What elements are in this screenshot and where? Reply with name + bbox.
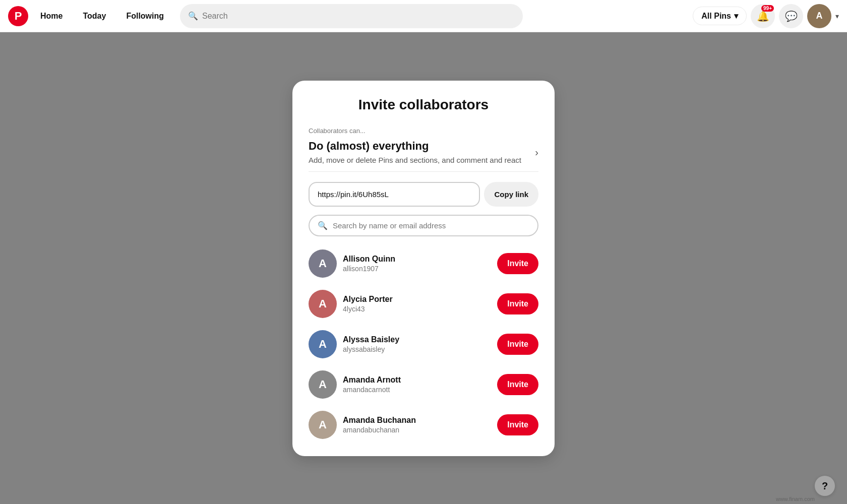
- invite-button[interactable]: Invite: [497, 374, 538, 395]
- user-avatar-nav[interactable]: A: [807, 4, 831, 28]
- user-avatar: A: [309, 330, 337, 358]
- bell-icon: 🔔: [757, 10, 769, 22]
- user-name: Amanda Arnott: [343, 375, 491, 385]
- user-info: Amanda Arnottamandacarnott: [343, 375, 491, 394]
- user-handle: amandacarnott: [343, 386, 491, 394]
- permission-text: Do (almost) everything Add, move or dele…: [309, 140, 521, 165]
- user-item: AAllison Quinnallison1907Invite: [309, 244, 538, 283]
- permission-title: Do (almost) everything: [309, 140, 521, 153]
- nav-today[interactable]: Today: [75, 8, 114, 25]
- all-pins-button[interactable]: All Pins ▾: [693, 7, 747, 25]
- messages-button[interactable]: 💬: [779, 4, 803, 28]
- user-info: Amanda Buchananamandabuchanan: [343, 416, 491, 434]
- user-handle: alyssabaisley: [343, 345, 491, 353]
- top-nav: P Home Today Following 🔍 All Pins ▾ 🔔 99…: [0, 0, 847, 32]
- user-handle: allison1907: [343, 265, 491, 273]
- user-item: AAmanda BuchananamandabuchananInvite: [309, 406, 538, 444]
- search-icon: 🔍: [318, 221, 328, 230]
- link-row: Copy link: [309, 182, 538, 207]
- collaborators-can-label: Collaborators can...: [309, 127, 538, 135]
- nav-following[interactable]: Following: [118, 8, 172, 25]
- nav-search-input[interactable]: [202, 12, 515, 21]
- share-link-input[interactable]: [309, 182, 480, 207]
- user-item: AAlyssa BaisleyalyssabaisleyInvite: [309, 325, 538, 363]
- chevron-right-icon: ›: [535, 147, 538, 158]
- invite-button[interactable]: Invite: [497, 253, 538, 274]
- permission-description: Add, move or delete Pins and sections, a…: [309, 155, 521, 165]
- chat-icon: 💬: [785, 10, 798, 22]
- user-name: Alyssa Baisley: [343, 335, 491, 344]
- copy-link-button[interactable]: Copy link: [484, 182, 538, 207]
- modal-title: Invite collaborators: [309, 97, 538, 113]
- user-info: Alyssa Baisleyalyssabaisley: [343, 335, 491, 353]
- invite-button[interactable]: Invite: [497, 334, 538, 355]
- permission-selector[interactable]: Do (almost) everything Add, move or dele…: [309, 138, 538, 172]
- user-info: Allison Quinnallison1907: [343, 255, 491, 273]
- user-menu-chevron[interactable]: ▾: [835, 12, 839, 20]
- user-info: Alycia Porter4lyci43: [343, 295, 491, 313]
- user-avatar: A: [309, 249, 337, 278]
- user-list: AAllison Quinnallison1907InviteAAlycia P…: [309, 244, 538, 444]
- user-handle: amandabuchanan: [343, 426, 491, 434]
- user-avatar: A: [309, 290, 337, 318]
- search-icon: 🔍: [188, 11, 198, 21]
- all-pins-label: All Pins: [701, 12, 731, 21]
- user-name: Allison Quinn: [343, 255, 491, 264]
- notification-badge: 99+: [761, 5, 774, 12]
- invite-button[interactable]: Invite: [497, 414, 538, 435]
- modal-overlay: Invite collaborators Collaborators can..…: [0, 32, 847, 504]
- nav-search-bar[interactable]: 🔍: [180, 4, 523, 28]
- user-item: AAmanda ArnottamandacarnottInvite: [309, 365, 538, 404]
- user-item: AAlycia Porter4lyci43Invite: [309, 285, 538, 323]
- pinterest-logo[interactable]: P: [8, 6, 28, 26]
- user-handle: 4lyci43: [343, 305, 491, 313]
- nav-home[interactable]: Home: [32, 8, 71, 25]
- collaborator-search-input[interactable]: [333, 221, 529, 230]
- invite-collaborators-modal: Invite collaborators Collaborators can..…: [292, 81, 555, 456]
- user-name: Alycia Porter: [343, 295, 491, 304]
- search-collaborators-row[interactable]: 🔍: [309, 215, 538, 236]
- invite-button[interactable]: Invite: [497, 293, 538, 314]
- user-avatar: A: [309, 411, 337, 439]
- nav-right-section: All Pins ▾ 🔔 99+ 💬 A ▾: [693, 4, 839, 28]
- notifications-button[interactable]: 🔔 99+: [751, 4, 775, 28]
- chevron-down-icon: ▾: [734, 11, 738, 21]
- user-name: Amanda Buchanan: [343, 416, 491, 425]
- user-avatar: A: [309, 370, 337, 399]
